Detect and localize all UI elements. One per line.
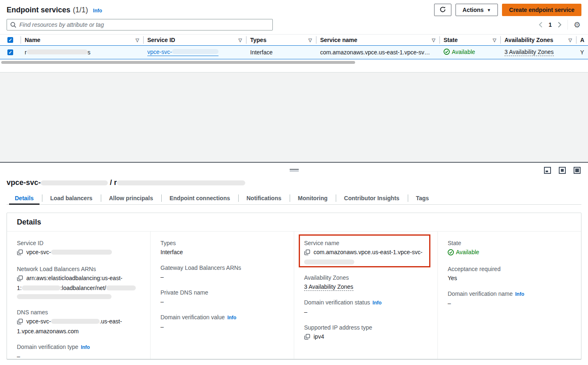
panel-size-small-button[interactable] [544, 167, 551, 174]
endpoint-services-table: ✓ Name ▽ Service ID ▽ Types ▽ Service na… [0, 34, 588, 65]
redacted-text [51, 319, 100, 324]
cell-service-name: com.amazonaws.vpce.us-east-1.vpce-sv… [316, 49, 439, 56]
search-box[interactable] [7, 19, 273, 30]
copy-icon[interactable] [17, 249, 23, 258]
current-page-number[interactable]: 1 [548, 21, 552, 28]
chevron-down-icon: ▼ [487, 8, 491, 12]
tab-endpoint-connections[interactable]: Endpoint connections [161, 193, 238, 204]
check-circle-icon [444, 49, 450, 55]
cell-service-id: vpce-svc- [143, 49, 246, 56]
column-header-availability-zones[interactable]: Availability Zones ▽ [500, 35, 576, 45]
previous-page-button[interactable] [538, 21, 544, 28]
field-service-name: Service name com.amazonaws.vpce.us-east-… [304, 239, 428, 267]
cell-name: rs [21, 49, 143, 56]
sort-icon[interactable]: ▽ [309, 37, 312, 43]
endpoint-services-table-card: Endpoint services (1/1) Info Actions ▼ C… [0, 0, 588, 73]
sort-icon[interactable]: ▽ [569, 37, 572, 43]
sort-icon[interactable]: ▽ [493, 37, 496, 43]
service-id-link[interactable]: vpce-svc- [147, 49, 218, 56]
table-header-row: ✓ Name ▽ Service ID ▽ Types ▽ Service na… [0, 34, 588, 45]
table-toolbar: 1 ⚙ [0, 16, 588, 30]
sort-icon[interactable]: ▽ [239, 37, 242, 43]
select-all-checkbox[interactable]: ✓ [7, 37, 13, 43]
field-domain-verification-name: Domain verification nameInfo – [448, 290, 571, 308]
info-link[interactable]: Info [372, 300, 381, 306]
column-header-state[interactable]: State ▽ [439, 35, 500, 45]
split-panel-size-controls [544, 167, 581, 174]
details-column-1: Service ID vpce-svc- Network Load Balanc… [7, 232, 150, 359]
details-column-3: Service name com.amazonaws.vpce.us-east-… [294, 232, 437, 359]
copy-icon[interactable] [304, 334, 310, 342]
refresh-button[interactable] [434, 4, 451, 16]
panel-title: vpce-svc- / r [7, 178, 245, 187]
actions-button[interactable]: Actions ▼ [456, 4, 498, 16]
info-link[interactable]: Info [93, 8, 102, 14]
column-header-name[interactable]: Name ▽ [21, 35, 143, 45]
copy-icon[interactable] [17, 275, 23, 284]
horizontal-scrollbar[interactable] [0, 61, 588, 65]
sort-icon[interactable]: ▽ [432, 37, 435, 43]
redacted-text [106, 285, 136, 290]
details-column-4: State Available Acceptance required Yes … [437, 232, 581, 359]
panel-tabs: Details Load balancers Allow principals … [7, 193, 581, 205]
details-column-2: Types Interface Gateway Load Balancers A… [150, 232, 294, 359]
redacted-text [304, 260, 354, 264]
check-circle-icon [448, 249, 454, 255]
field-glb-arns: Gateway Load Balancers ARNs – [160, 264, 284, 281]
field-state: State Available [448, 239, 571, 258]
tab-notifications[interactable]: Notifications [238, 193, 290, 204]
chevron-right-icon [558, 22, 562, 28]
column-header-service-name[interactable]: Service name ▽ [316, 35, 439, 45]
redacted-text [17, 294, 112, 299]
divider [567, 20, 568, 30]
search-input[interactable] [19, 21, 269, 28]
availability-zones-link[interactable]: 3 Availability Zones [504, 49, 554, 56]
info-link[interactable]: Info [81, 344, 90, 350]
panel-size-medium-button[interactable] [559, 167, 566, 174]
cell-acceptance-cutoff: Y [576, 49, 588, 56]
create-endpoint-service-button[interactable]: Create endpoint service [502, 4, 581, 16]
field-domain-verification-status: Domain verification statusInfo – [304, 298, 428, 316]
next-page-button[interactable] [557, 21, 562, 28]
split-panel: vpce-svc- / r Details Load balancers All… [0, 162, 588, 365]
copy-icon[interactable] [304, 249, 310, 258]
panel-size-large-button[interactable] [574, 167, 581, 174]
cell-availability-zones: 3 Availability Zones [500, 49, 576, 56]
redacted-text [117, 180, 245, 185]
column-header-service-id[interactable]: Service ID ▽ [143, 35, 246, 45]
pagination: 1 ⚙ [538, 20, 581, 30]
copy-icon[interactable] [17, 318, 23, 327]
chevron-left-icon [539, 22, 543, 28]
field-supported-ip-address-type: Supported IP address type ipv4 [304, 323, 428, 342]
field-domain-verification-value: Domain verification valueInfo – [160, 313, 284, 331]
info-link[interactable]: Info [515, 291, 524, 297]
sort-icon[interactable]: ▽ [136, 37, 139, 43]
details-card: Details Service ID vpce-svc- Network Loa… [7, 213, 581, 359]
scrollbar-thumb[interactable] [1, 61, 355, 64]
row-checkbox[interactable]: ✓ [7, 49, 13, 55]
availability-zones-link[interactable]: 3 Availability Zones [304, 283, 353, 291]
redacted-text [172, 49, 218, 54]
tab-tags[interactable]: Tags [408, 193, 437, 204]
column-header-types[interactable]: Types ▽ [246, 35, 316, 45]
tab-details[interactable]: Details [7, 193, 42, 204]
redacted-text [22, 285, 60, 290]
tab-allow-principals[interactable]: Allow principals [101, 193, 161, 204]
split-panel-drag-handle[interactable] [290, 169, 299, 172]
search-icon [10, 22, 16, 28]
tab-contributor-insights[interactable]: Contributor Insights [336, 193, 408, 204]
field-types: Types Interface [160, 239, 284, 257]
gear-icon: ⚙ [574, 21, 581, 29]
table-row[interactable]: ✓ rs vpce-svc- Interface com.amazonaws.v… [0, 45, 588, 59]
redacted-text [27, 49, 88, 54]
redacted-text [41, 180, 108, 185]
cell-types: Interface [246, 49, 316, 56]
details-card-heading: Details [7, 213, 581, 232]
info-link[interactable]: Info [227, 315, 236, 321]
resource-count: (1/1) [73, 6, 88, 14]
tab-monitoring[interactable]: Monitoring [290, 193, 336, 204]
refresh-icon [439, 6, 446, 14]
tab-load-balancers[interactable]: Load balancers [42, 193, 101, 204]
preferences-button[interactable]: ⚙ [573, 21, 581, 29]
column-header-acceptance-cutoff[interactable]: A [576, 35, 588, 45]
